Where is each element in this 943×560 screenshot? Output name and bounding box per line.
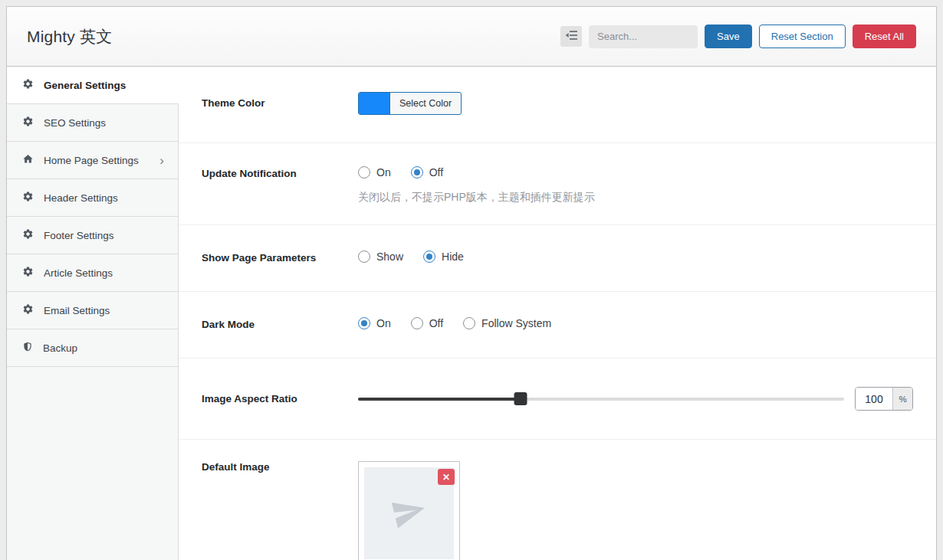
- header-actions: Save Reset Section Reset All: [560, 25, 916, 48]
- setting-label: Update Notification: [202, 166, 358, 182]
- gear-icon: [22, 228, 34, 242]
- radio-option-on[interactable]: On: [358, 317, 391, 329]
- gear-icon: [22, 303, 34, 317]
- radio-icon: [358, 251, 370, 263]
- color-picker-button[interactable]: Select Color: [358, 92, 462, 115]
- radio-option-show[interactable]: Show: [358, 251, 403, 263]
- setting-row-update-notification: Update Notification On Off 关闭以后，不提示PHP版本…: [179, 143, 936, 225]
- sidebar-item-label: Footer Settings: [44, 230, 114, 241]
- setting-row-default-image: Default Image ✕: [179, 440, 936, 560]
- radio-icon: [463, 317, 475, 329]
- paper-plane-icon: [387, 490, 431, 536]
- outdent-icon: [565, 30, 577, 43]
- settings-sidebar: General Settings SEO Settings Home Page …: [7, 67, 179, 560]
- sidebar-item-label: Article Settings: [44, 267, 113, 279]
- radio-icon: [358, 317, 370, 329]
- aspect-ratio-input[interactable]: [856, 388, 892, 410]
- default-image-preview[interactable]: ✕: [358, 461, 460, 560]
- sidebar-item-label: General Settings: [44, 80, 126, 91]
- sidebar-item-label: Backup: [43, 342, 77, 354]
- collapse-menu-button[interactable]: [560, 26, 582, 47]
- remove-image-button[interactable]: ✕: [438, 469, 455, 485]
- radio-option-follow-system[interactable]: Follow System: [463, 317, 551, 329]
- radio-icon: [411, 166, 423, 178]
- sidebar-item-footer-settings[interactable]: Footer Settings: [7, 217, 178, 254]
- setting-label: Default Image: [202, 461, 358, 473]
- aspect-ratio-input-group: %: [855, 387, 913, 411]
- setting-row-show-page-parameters: Show Page Parameters Show Hide: [179, 225, 936, 292]
- sidebar-item-label: Email Settings: [44, 305, 110, 316]
- setting-label: Image Aspect Ratio: [202, 387, 358, 411]
- radio-group-dark-mode: On Off Follow System: [358, 317, 913, 329]
- setting-row-theme-color: Theme Color Select Color: [179, 67, 936, 143]
- gear-icon: [22, 116, 34, 129]
- settings-content: Theme Color Select Color Update Notifica…: [179, 67, 936, 560]
- aspect-ratio-slider[interactable]: [358, 392, 844, 405]
- save-button[interactable]: Save: [705, 25, 752, 48]
- select-color-label: Select Color: [389, 93, 461, 114]
- sidebar-item-label: Home Page Settings: [44, 155, 139, 166]
- radio-option-off[interactable]: Off: [411, 317, 443, 329]
- slider-track-fill: [358, 398, 521, 401]
- shield-icon: [22, 341, 33, 355]
- reset-all-button[interactable]: Reset All: [853, 25, 916, 48]
- setting-label: Theme Color: [202, 92, 358, 115]
- search-input[interactable]: [589, 25, 698, 48]
- sidebar-item-seo-settings[interactable]: SEO Settings: [7, 104, 178, 142]
- sidebar-item-email-settings[interactable]: Email Settings: [7, 292, 178, 329]
- color-swatch: [359, 93, 389, 114]
- radio-group-show-page-parameters: Show Hide: [358, 251, 913, 263]
- gear-icon: [22, 266, 34, 280]
- radio-group-update-notification: On Off: [358, 166, 913, 178]
- chevron-right-icon: ›: [159, 154, 164, 167]
- sidebar-item-general-settings[interactable]: General Settings: [7, 67, 179, 104]
- setting-label: Dark Mode: [202, 317, 358, 332]
- sidebar-item-header-settings[interactable]: Header Settings: [7, 179, 178, 217]
- page-title: Mighty 英文: [27, 26, 113, 47]
- radio-icon: [423, 251, 435, 263]
- reset-section-button[interactable]: Reset Section: [759, 25, 846, 48]
- page-header: Mighty 英文 Save Reset Section Reset All: [7, 7, 936, 67]
- sidebar-item-label: SEO Settings: [44, 117, 106, 129]
- slider-handle[interactable]: [514, 392, 527, 405]
- setting-label: Show Page Parameters: [202, 251, 358, 266]
- percent-unit-label: %: [892, 388, 912, 410]
- home-icon: [22, 153, 34, 167]
- sidebar-item-backup[interactable]: Backup: [7, 329, 178, 367]
- radio-option-on[interactable]: On: [358, 166, 391, 178]
- setting-row-image-aspect-ratio: Image Aspect Ratio %: [179, 359, 936, 440]
- settings-panel: Mighty 英文 Save Reset Section Reset All: [6, 6, 937, 560]
- radio-icon: [358, 166, 370, 178]
- radio-option-off[interactable]: Off: [411, 166, 443, 178]
- sidebar-item-article-settings[interactable]: Article Settings: [7, 254, 178, 292]
- setting-description: 关闭以后，不提示PHP版本，主题和插件更新提示: [358, 191, 913, 205]
- sidebar-item-home-page-settings[interactable]: Home Page Settings ›: [7, 142, 178, 179]
- gear-icon: [22, 78, 34, 92]
- gear-icon: [22, 191, 34, 205]
- setting-row-dark-mode: Dark Mode On Off Follow Syst: [179, 292, 936, 359]
- radio-icon: [411, 317, 423, 329]
- radio-option-hide[interactable]: Hide: [423, 251, 464, 263]
- sidebar-item-label: Header Settings: [44, 192, 118, 204]
